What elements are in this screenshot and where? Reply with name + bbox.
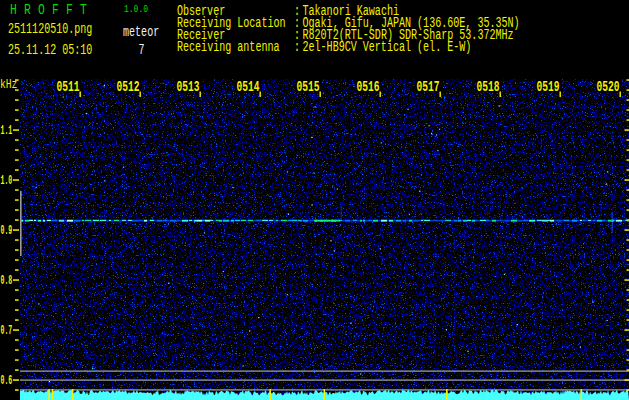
svg-text:0.7: 0.7 (1, 324, 13, 338)
svg-text:2511120510.png: 2511120510.png (8, 21, 92, 37)
svg-text:kHz: kHz (0, 78, 17, 92)
svg-text:Receiving antenna: Receiving antenna (177, 39, 280, 55)
svg-text:1.0: 1.0 (1, 174, 13, 188)
svg-text:O: O (38, 2, 45, 18)
svg-text:0.6: 0.6 (1, 374, 13, 388)
svg-text:R: R (24, 2, 31, 18)
svg-text:2el-HB9CV Vertical (el. E-W): 2el-HB9CV Vertical (el. E-W) (303, 39, 472, 55)
svg-text:0518: 0518 (477, 79, 500, 95)
svg-text:25.11.12 05:10: 25.11.12 05:10 (8, 42, 92, 58)
svg-text:0514: 0514 (237, 79, 260, 95)
svg-text:7: 7 (139, 42, 145, 58)
svg-text:F: F (52, 2, 59, 18)
svg-text:0512: 0512 (117, 79, 140, 95)
svg-text:F: F (66, 2, 73, 18)
svg-text:0520: 0520 (597, 79, 620, 95)
svg-text:T: T (80, 2, 87, 18)
svg-text:0513: 0513 (177, 79, 200, 95)
svg-text:0511: 0511 (57, 79, 80, 95)
svg-text::: : (294, 39, 300, 55)
svg-text:0.9: 0.9 (1, 224, 13, 238)
svg-text:H: H (10, 2, 17, 18)
svg-text:1.0.0: 1.0.0 (124, 3, 148, 15)
svg-text:0515: 0515 (297, 79, 320, 95)
svg-text:meteor: meteor (123, 24, 159, 40)
svg-text:0.8: 0.8 (1, 274, 13, 288)
svg-text:0517: 0517 (417, 79, 440, 95)
svg-text:0519: 0519 (537, 79, 560, 95)
svg-text:1.1: 1.1 (1, 124, 13, 138)
svg-text:0516: 0516 (357, 79, 380, 95)
